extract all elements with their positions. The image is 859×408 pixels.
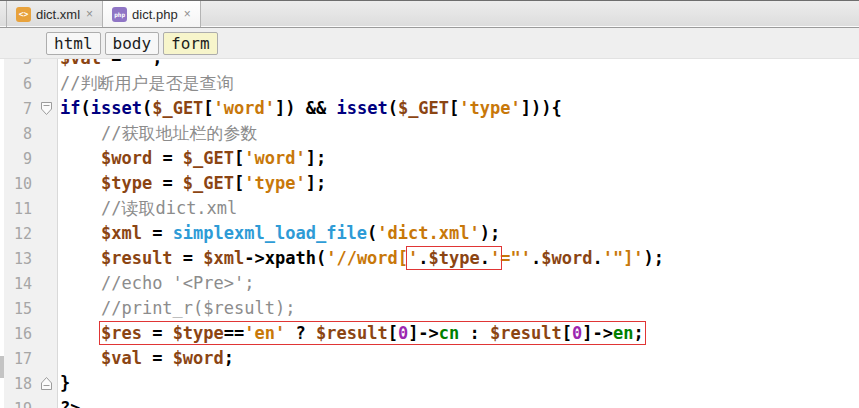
line-number: 10 (0, 175, 34, 193)
close-tab-icon[interactable]: × (183, 8, 191, 20)
code-editor[interactable]: 5$val = '';6//判断用户是否是查询7if(isset($_GET['… (0, 59, 859, 408)
close-tab-icon[interactable]: × (85, 8, 93, 20)
tab-dict-xml[interactable]: <> dict.xml × (6, 1, 103, 27)
php-file-icon: php (112, 7, 127, 22)
line-number: 7 (0, 100, 34, 118)
line-number: 19 (0, 400, 34, 408)
fold-marker-icon[interactable] (34, 376, 58, 391)
code-text: if(isset($_GET['word']) && isset($_GET['… (58, 96, 562, 121)
code-text: //print_r($result); (58, 296, 295, 321)
code-text: $val = ''; (58, 59, 162, 71)
code-line[interactable]: 5$val = ''; (0, 59, 859, 71)
code-line[interactable]: 17 $val = $word; (0, 346, 859, 371)
tab-label: dict.xml (36, 7, 80, 22)
code-text: $result = $xml->xpath('//word['.$type.'=… (58, 246, 664, 271)
xml-file-icon: <> (16, 7, 31, 22)
code-text: $res = $type=='en' ? $result[0]->cn : $r… (58, 321, 644, 346)
code-text: $xml = simplexml_load_file('dict.xml'); (58, 221, 500, 246)
code-text: } (58, 371, 70, 396)
code-line[interactable]: 19?> (0, 396, 859, 408)
annotation-red-box: '.$type.' (408, 248, 500, 268)
line-number: 11 (0, 200, 34, 218)
code-text: //echo '<Pre>'; (58, 271, 254, 296)
line-number: 8 (0, 125, 34, 143)
code-text: ?> (58, 396, 80, 408)
breadcrumb: html body form (0, 28, 859, 59)
breadcrumb-item-form[interactable]: form (163, 32, 218, 55)
line-number: 12 (0, 225, 34, 243)
line-number: 18 (0, 375, 34, 393)
code-line[interactable]: 10 $type = $_GET['type']; (0, 171, 859, 196)
line-number: 9 (0, 150, 34, 168)
code-line[interactable]: 11 //读取dict.xml (0, 196, 859, 221)
tab-dict-php[interactable]: php dict.php × (102, 1, 201, 27)
breadcrumb-item-html[interactable]: html (46, 32, 101, 55)
code-line[interactable]: 12 $xml = simplexml_load_file('dict.xml'… (0, 221, 859, 246)
code-line[interactable]: 18} (0, 371, 859, 396)
code-line[interactable]: 13 $result = $xml->xpath('//word['.$type… (0, 246, 859, 271)
editor-tab-bar: <> dict.xml × php dict.php × (0, 0, 859, 28)
breadcrumb-item-body[interactable]: body (105, 32, 160, 55)
code-line[interactable]: 15 //print_r($result); (0, 296, 859, 321)
code-text: //获取地址栏的参数 (58, 121, 257, 146)
code-text: $type = $_GET['type']; (58, 171, 326, 196)
code-line[interactable]: 9 $word = $_GET['word']; (0, 146, 859, 171)
code-line[interactable]: 14 //echo '<Pre>'; (0, 271, 859, 296)
code-lines: 5$val = '';6//判断用户是否是查询7if(isset($_GET['… (0, 59, 859, 408)
line-number: 17 (0, 350, 34, 368)
line-number: 5 (0, 59, 34, 68)
fold-marker-icon[interactable] (34, 101, 58, 116)
line-number: 6 (0, 75, 34, 93)
code-text: $word = $_GET['word']; (58, 146, 326, 171)
code-text: //判断用户是否是查询 (58, 71, 233, 96)
line-number: 15 (0, 300, 34, 318)
line-number: 14 (0, 275, 34, 293)
code-text: //读取dict.xml (58, 196, 237, 221)
line-number: 13 (0, 250, 34, 268)
code-line[interactable]: 6//判断用户是否是查询 (0, 71, 859, 96)
annotation-red-box: $res = $type=='en' ? $result[0]->cn : $r… (101, 323, 644, 343)
line-number: 16 (0, 325, 34, 343)
tab-label: dict.php (132, 7, 178, 22)
code-line[interactable]: 8 //获取地址栏的参数 (0, 121, 859, 146)
code-text: $val = $word; (58, 346, 234, 371)
code-line[interactable]: 16 $res = $type=='en' ? $result[0]->cn :… (0, 321, 859, 346)
code-line[interactable]: 7if(isset($_GET['word']) && isset($_GET[… (0, 96, 859, 121)
